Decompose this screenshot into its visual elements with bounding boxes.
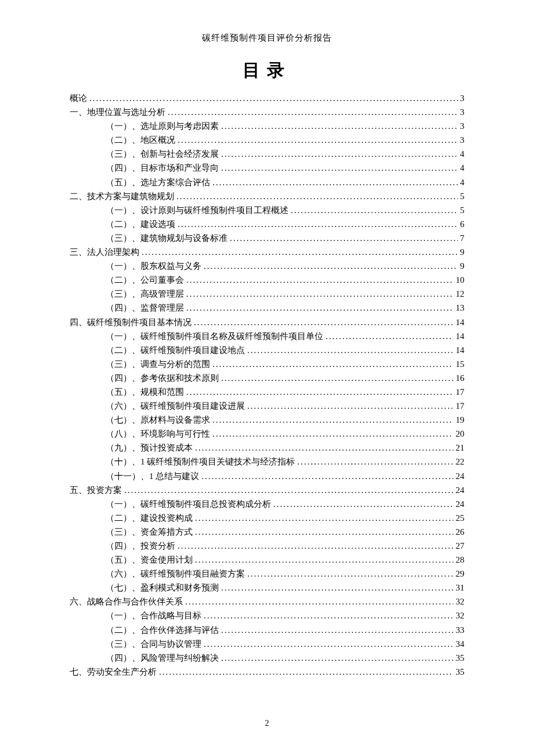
toc-leader-dots	[247, 346, 453, 355]
toc-entry: 五、投资方案24	[70, 486, 464, 495]
toc-entry: （二）、建设选项6	[70, 220, 464, 229]
document-header: 碳纤维预制件项目评价分析报告	[70, 33, 464, 44]
toc-entry-label: （一）、选址原则与考虑因素	[106, 122, 219, 131]
toc-entry-page: 13	[456, 304, 464, 312]
toc-entry: （六）、碳纤维预制件项目融资方案29	[70, 570, 464, 578]
document-page: 碳纤维预制件项目评价分析报告 目录 概论3一、地理位置与选址分析3（一）、选址原…	[0, 0, 534, 705]
toc-entry-page: 21	[456, 444, 464, 452]
toc-entry: （二）、碳纤维预制件项目建设地点14	[70, 346, 464, 355]
toc-entry-label: （六）、碳纤维预制件项目建设进展	[106, 402, 245, 411]
toc-entry-label: （一）、设计原则与碳纤维预制件项目工程概述	[106, 206, 288, 215]
toc-leader-dots	[221, 374, 453, 383]
toc-entry-page: 14	[456, 318, 464, 327]
toc-entry: （一）、碳纤维预制件项目总投资构成分析24	[70, 500, 464, 509]
toc-entry-label: （一）、股东权益与义务	[106, 262, 201, 271]
toc-leader-dots	[247, 570, 453, 578]
toc-entry-label: （二）、地区概况	[106, 136, 175, 145]
toc-leader-dots	[221, 150, 458, 159]
toc-leader-dots	[176, 192, 458, 201]
toc-entry-page: 25	[456, 514, 464, 523]
toc-entry-page: 16	[456, 374, 464, 383]
toc-entry-page: 29	[456, 570, 464, 578]
toc-leader-dots	[195, 556, 453, 564]
toc-entry-page: 19	[456, 416, 464, 424]
toc-leader-dots	[178, 542, 453, 550]
toc-leader-dots	[186, 290, 453, 298]
toc-entry-page: 7	[460, 234, 465, 243]
toc-entry-page: 35	[456, 654, 464, 663]
toc-entry-page: 5	[460, 206, 465, 215]
toc-entry-label: （三）、创新与社会经济发展	[106, 150, 219, 159]
toc-entry: 二、技术方案与建筑物规划5	[70, 192, 464, 201]
toc-entry: （五）、选址方案综合评估4	[70, 178, 464, 187]
toc-entry-label: （二）、建设选项	[106, 220, 175, 229]
toc-entry-page: 9	[460, 262, 465, 271]
toc-leader-dots	[142, 248, 458, 257]
toc-entry: （九）、预计投资成本21	[70, 444, 464, 452]
toc-entry: （一）、选址原则与考虑因素3	[70, 122, 464, 131]
toc-entry: （六）、碳纤维预制件项目建设进展17	[70, 402, 464, 411]
toc-leader-dots	[247, 402, 453, 411]
toc-leader-dots	[178, 136, 458, 145]
toc-entry: （七）、原材料与设备需求19	[70, 416, 464, 424]
toc-entry-page: 31	[456, 584, 464, 592]
toc-entry-label: （八）、环境影响与可行性	[106, 430, 210, 438]
toc-entry-label: 四、碳纤维预制件项目基本情况	[70, 318, 192, 327]
toc-entry-page: 32	[456, 597, 464, 606]
toc-entry-page: 12	[456, 290, 464, 298]
toc-entry: （三）、创新与社会经济发展4	[70, 150, 464, 159]
toc-leader-dots	[124, 486, 453, 495]
toc-entry-page: 17	[456, 388, 464, 397]
toc-entry: 七、劳动安全生产分析35	[70, 668, 464, 676]
toc-entry: （二）、公司董事会10	[70, 276, 464, 285]
toc-entry: （一）、设计原则与碳纤维预制件项目工程概述5	[70, 206, 464, 215]
toc-title: 目录	[70, 59, 464, 82]
toc-entry-page: 3	[460, 94, 465, 103]
toc-entry-page: 22	[456, 458, 464, 466]
toc-entry-page: 14	[456, 346, 464, 355]
toc-leader-dots	[168, 108, 458, 117]
table-of-contents: 概论3一、地理位置与选址分析3（一）、选址原则与考虑因素3（二）、地区概况3（三…	[70, 94, 464, 676]
toc-entry: （三）、高级管理层12	[70, 290, 464, 298]
toc-entry-label: 二、技术方案与建筑物规划	[70, 192, 174, 201]
toc-entry-page: 35	[456, 668, 464, 676]
toc-entry: （八）、环境影响与可行性20	[70, 430, 464, 438]
toc-entry-label: （二）、合作伙伴选择与评估	[106, 626, 219, 635]
toc-entry-page: 10	[456, 276, 464, 285]
toc-entry: （四）、参考依据和技术原则16	[70, 374, 464, 383]
toc-leader-dots	[195, 514, 453, 523]
toc-entry: （一）、股东权益与义务9	[70, 262, 464, 271]
toc-entry: （二）、合作伙伴选择与评估33	[70, 626, 464, 635]
toc-entry-label: （五）、选址方案综合评估	[106, 178, 210, 187]
toc-entry: （三）、合同与协议管理34	[70, 640, 464, 649]
toc-entry: （四）、目标市场和产业导向4	[70, 164, 464, 172]
toc-leader-dots	[185, 597, 453, 606]
toc-leader-dots	[186, 304, 453, 312]
toc-leader-dots	[221, 122, 458, 131]
toc-entry-page: 9	[460, 248, 465, 257]
toc-entry-page: 14	[456, 332, 464, 341]
toc-leader-dots	[178, 220, 458, 229]
toc-entry-label: （三）、高级管理层	[106, 290, 184, 298]
toc-entry-label: （三）、合同与协议管理	[106, 640, 201, 649]
toc-entry-label: （三）、调查与分析的范围	[106, 360, 210, 369]
toc-entry-page: 5	[460, 192, 465, 201]
toc-leader-dots	[273, 500, 453, 509]
toc-entry-page: 20	[456, 430, 464, 438]
toc-entry-page: 17	[456, 402, 464, 411]
toc-entry-label: 三、法人治理架构	[70, 248, 139, 257]
toc-entry: （四）、风险管理与纠纷解决35	[70, 654, 464, 663]
toc-entry-label: （五）、资金使用计划	[106, 556, 193, 564]
toc-entry-page: 3	[460, 136, 465, 145]
toc-entry-page: 32	[456, 611, 464, 620]
toc-leader-dots	[186, 276, 453, 285]
toc-entry-label: （三）、资金筹措方式	[106, 528, 193, 537]
toc-entry: （三）、资金筹措方式26	[70, 528, 464, 537]
toc-leader-dots	[326, 332, 453, 341]
toc-leader-dots	[212, 430, 453, 438]
toc-leader-dots	[204, 611, 453, 620]
toc-entry-label: 一、地理位置与选址分析	[70, 108, 165, 117]
toc-leader-dots	[291, 206, 458, 215]
toc-entry: （三）、建筑物规划与设备标准7	[70, 234, 464, 243]
toc-entry: 三、法人治理架构9	[70, 248, 464, 257]
